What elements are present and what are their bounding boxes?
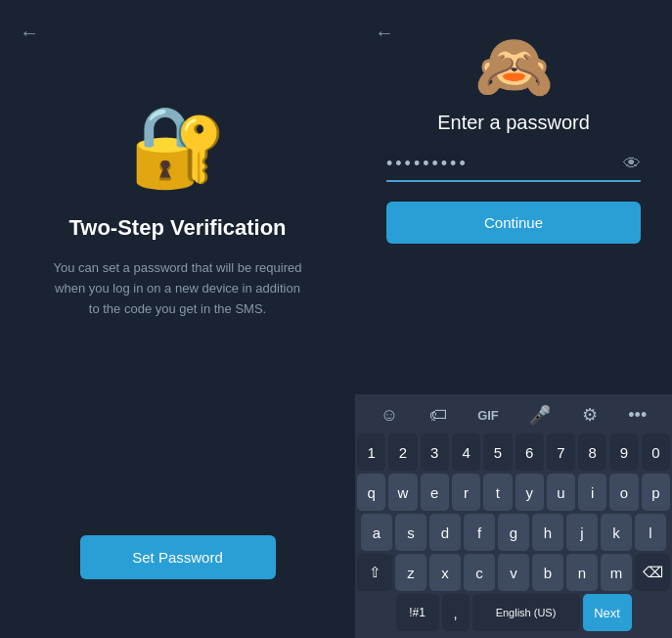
key-g[interactable]: g [498, 514, 529, 551]
key-a[interactable]: a [361, 514, 392, 551]
key-6[interactable]: 6 [515, 433, 544, 471]
key-x[interactable]: x [429, 554, 461, 591]
backspace-key[interactable]: ⌫ [635, 554, 670, 591]
key-l[interactable]: l [635, 514, 666, 551]
back-button-left[interactable]: ← [20, 22, 39, 44]
next-key[interactable]: Next [583, 594, 632, 631]
left-panel: ← 🔐 Two-Step Verification You can set a … [0, 0, 355, 638]
key-9[interactable]: 9 [609, 433, 638, 471]
right-panel: ← 🙈 Enter a password 👁 Continue ☺ 🏷 GIF … [355, 0, 672, 638]
two-step-description: You can set a password that will be requ… [51, 258, 305, 319]
key-f[interactable]: f [464, 514, 495, 551]
settings-icon[interactable]: ⚙ [582, 404, 598, 426]
key-3[interactable]: 3 [421, 433, 449, 471]
keyboard: ☺ 🏷 GIF 🎤 ⚙ ••• 1 2 3 4 5 6 7 8 9 0 q w … [355, 394, 672, 638]
key-h[interactable]: h [532, 514, 563, 551]
key-b[interactable]: b [532, 554, 563, 591]
monkey-emoji: 🙈 [474, 34, 554, 98]
key-z[interactable]: z [395, 554, 426, 591]
mic-icon[interactable]: 🎤 [529, 404, 551, 426]
key-4[interactable]: 4 [452, 433, 480, 471]
key-7[interactable]: 7 [547, 433, 575, 471]
emoji-icon[interactable]: ☺ [381, 405, 398, 426]
key-r[interactable]: r [452, 474, 480, 511]
key-c[interactable]: c [464, 554, 495, 591]
key-1[interactable]: 1 [357, 433, 385, 471]
key-5[interactable]: 5 [483, 433, 512, 471]
password-input-row[interactable]: 👁 [386, 154, 641, 182]
key-y[interactable]: y [515, 474, 544, 511]
enter-password-title: Enter a password [437, 112, 590, 134]
lock-icon: 🔐 [129, 108, 227, 186]
sticker-icon[interactable]: 🏷 [429, 405, 447, 426]
password-input[interactable] [386, 154, 623, 174]
key-v[interactable]: v [498, 554, 529, 591]
shift-key[interactable]: ⇧ [357, 554, 392, 591]
bottom-row: !#1 , English (US) Next [357, 594, 670, 631]
key-m[interactable]: m [601, 554, 632, 591]
key-q[interactable]: q [357, 474, 385, 511]
asdf-row: a s d f g h j k l [357, 514, 670, 551]
qwerty-row: q w e r t y u i o p [357, 474, 670, 511]
key-8[interactable]: 8 [578, 433, 606, 471]
key-d[interactable]: d [429, 514, 461, 551]
key-i[interactable]: i [578, 474, 606, 511]
key-t[interactable]: t [483, 474, 512, 511]
key-2[interactable]: 2 [388, 433, 417, 471]
gif-icon[interactable]: GIF [477, 408, 499, 423]
key-o[interactable]: o [609, 474, 638, 511]
key-0[interactable]: 0 [642, 433, 670, 471]
set-password-button[interactable]: Set Password [80, 535, 276, 579]
key-p[interactable]: p [642, 474, 670, 511]
keyboard-toolbar: ☺ 🏷 GIF 🎤 ⚙ ••• [357, 400, 670, 433]
more-icon[interactable]: ••• [628, 405, 647, 426]
back-button-right[interactable]: ← [375, 22, 394, 44]
eye-icon[interactable]: 👁 [623, 154, 641, 174]
zxcv-row: ⇧ z x c v b n m ⌫ [357, 554, 670, 591]
continue-button[interactable]: Continue [386, 202, 641, 244]
key-j[interactable]: j [566, 514, 598, 551]
key-k[interactable]: k [601, 514, 632, 551]
key-w[interactable]: w [388, 474, 417, 511]
key-e[interactable]: e [421, 474, 449, 511]
key-n[interactable]: n [566, 554, 598, 591]
number-row: 1 2 3 4 5 6 7 8 9 0 [357, 433, 670, 471]
key-s[interactable]: s [395, 514, 426, 551]
key-u[interactable]: u [547, 474, 575, 511]
symbols-key[interactable]: !#1 [396, 594, 439, 631]
two-step-title: Two-Step Verification [68, 215, 286, 241]
space-key[interactable]: English (US) [472, 594, 580, 631]
comma-key[interactable]: , [442, 594, 470, 631]
